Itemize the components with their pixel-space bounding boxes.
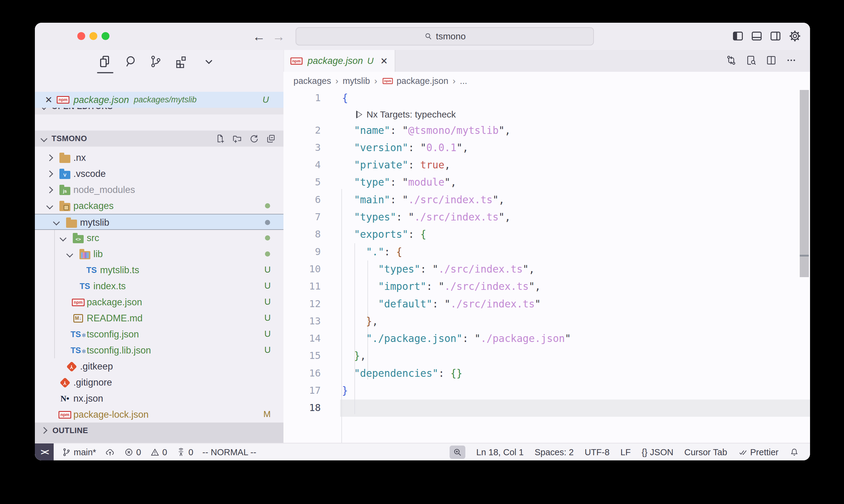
git-status-badge: U [264, 329, 271, 339]
status-item-0[interactable]: 0 [150, 447, 167, 457]
warning-icon [150, 447, 160, 457]
status-item[interactable] [105, 447, 115, 457]
vscode-window: ← → tsmono [35, 23, 810, 461]
breadcrumb-item[interactable]: ... [460, 76, 467, 86]
tree-item-README.md[interactable]: M↓README.mdU [35, 310, 283, 326]
section-header-outline[interactable]: OUTLINE [35, 422, 283, 438]
git-status-badge: U [264, 313, 271, 323]
breadcrumb-item[interactable]: mytslib [343, 76, 370, 86]
source-control-icon[interactable] [148, 54, 163, 69]
tree-item-.vscode[interactable]: V.vscode [35, 166, 283, 182]
tab-bar: npm package.json U ✕ [283, 50, 810, 72]
tree-item-node_modules[interactable]: jsnode_modules [35, 182, 283, 198]
toggle-primary-sidebar-icon[interactable] [731, 30, 744, 43]
git-status-badge: U [262, 95, 269, 105]
refresh-icon[interactable] [249, 133, 259, 144]
status-item-prettier[interactable]: Prettier [738, 447, 778, 457]
toggle-secondary-sidebar-icon[interactable] [769, 30, 782, 43]
command-center-search[interactable]: tsmono [296, 27, 594, 46]
remote-indicator[interactable]: >< [35, 444, 54, 461]
status-item-main-[interactable]: main* [62, 447, 96, 457]
status-bar: >< main*000-- NORMAL -- Ln 18, Col 1Spac… [35, 443, 810, 461]
git-status-badge: U [264, 345, 271, 355]
tree-item-label: package.json [87, 297, 142, 308]
extensions-icon[interactable] [174, 54, 188, 69]
tree-item-label: .vscode [73, 168, 106, 179]
nx-icon: N• [61, 394, 69, 403]
modified-children-dot [265, 220, 270, 225]
status-item-spaces-2[interactable]: Spaces: 2 [534, 447, 573, 457]
status-item-lf[interactable]: LF [621, 447, 631, 457]
collapse-all-icon[interactable] [266, 133, 276, 144]
tab-package-json[interactable]: npm package.json U ✕ [284, 50, 395, 72]
search-icon[interactable] [124, 54, 138, 69]
tree-item-.gitkeep[interactable]: Y.gitkeep [35, 358, 283, 374]
tree-item-package.json[interactable]: npmpackage.jsonU [35, 294, 283, 310]
tree-item-mytslib[interactable]: mytslib [35, 214, 283, 230]
chevron-down-icon [41, 136, 48, 142]
tree-item-index.ts[interactable]: TSindex.tsU [35, 278, 283, 294]
open-editor-path: packages/mytslib [134, 95, 196, 105]
zoom-window-button[interactable] [102, 32, 109, 40]
error-icon [124, 447, 134, 457]
open-editor-item[interactable]: ✕ npm package.json packages/mytslib U [35, 92, 283, 108]
open-changes-icon[interactable] [725, 54, 737, 66]
npm-icon: npm [290, 57, 302, 65]
codelens-nx-targets[interactable]: Nx Targets: typecheck [356, 109, 456, 120]
breadcrumb-item[interactable]: package.json [397, 76, 448, 86]
breadcrumb-separator: › [374, 76, 377, 86]
tree-item-lib[interactable]: lib [35, 246, 283, 262]
minimize-window-button[interactable] [89, 32, 97, 40]
close-window-button[interactable] [77, 32, 85, 40]
more-actions-icon[interactable] [785, 54, 797, 66]
tree-item-nx.json[interactable]: N•nx.json [35, 391, 283, 407]
new-folder-icon[interactable] [232, 133, 242, 144]
chevron-right-icon [41, 427, 48, 434]
status-item-ln-18-col-1[interactable]: Ln 18, Col 1 [476, 447, 523, 457]
tree-item-mytslib.ts[interactable]: TSmytslib.tsU [35, 262, 283, 278]
line-number: 8 [283, 226, 321, 243]
tree-item-label: tsconfig.lib.json [87, 345, 151, 356]
status-item[interactable] [789, 447, 799, 457]
explorer-icon[interactable] [97, 54, 112, 69]
search-icon [424, 32, 433, 41]
line-number: 11 [283, 278, 321, 295]
tree-item-label: package-lock.json [73, 409, 149, 420]
status-item-utf-8[interactable]: UTF-8 [585, 447, 609, 457]
status-item-cursor-tab[interactable]: Cursor Tab [684, 447, 727, 457]
code-line-10: "types": "./src/index.ts", [342, 260, 535, 278]
tree-item-packages[interactable]: packages [35, 198, 283, 214]
close-tab-icon[interactable]: ✕ [380, 56, 388, 66]
more-views-chevron-icon[interactable] [202, 54, 216, 69]
tab-modified-badge: U [367, 56, 374, 66]
status-item-0[interactable]: 0 [124, 447, 141, 457]
close-editor-icon[interactable]: ✕ [45, 94, 52, 105]
typescript-icon: TS [86, 266, 97, 275]
status-item--json[interactable]: {} JSON [641, 447, 673, 457]
git-icon: Y [59, 377, 70, 388]
tree-item-label: node_modules [73, 184, 135, 195]
git-status-badge: U [264, 297, 271, 307]
status-item--normal-[interactable]: -- NORMAL -- [203, 447, 257, 457]
back-button[interactable]: ← [253, 30, 265, 44]
status-item-0[interactable]: 0 [176, 447, 193, 457]
split-editor-icon[interactable] [765, 54, 777, 66]
forward-button[interactable]: → [272, 30, 285, 44]
tree-item-tsconfig.lib.json[interactable]: TS✱tsconfig.lib.jsonU [35, 342, 283, 358]
tree-item-.nx[interactable]: .nx [35, 150, 283, 166]
toggle-panel-icon[interactable] [750, 30, 763, 43]
tree-item-tsconfig.json[interactable]: TS✱tsconfig.jsonU [35, 326, 283, 342]
status-item[interactable] [450, 446, 465, 459]
line-number: 10 [283, 260, 321, 278]
breadcrumb-item[interactable]: packages [293, 76, 331, 86]
code-editor[interactable]: 123456789101112131415161718 { "name": "@… [283, 90, 810, 443]
preview-icon[interactable] [745, 54, 757, 66]
tree-item-src[interactable]: <>src [35, 230, 283, 246]
code-line-1: { [342, 90, 348, 107]
settings-gear-icon[interactable] [788, 30, 802, 43]
tree-item-.gitignore[interactable]: Y.gitignore [35, 374, 283, 391]
new-file-icon[interactable] [215, 133, 225, 144]
vertical-scrollbar[interactable] [800, 90, 809, 277]
explorer-section-header[interactable]: TSMONO [35, 130, 283, 147]
tree-item-package-lock.json[interactable]: npmpackage-lock.jsonM [35, 407, 283, 422]
